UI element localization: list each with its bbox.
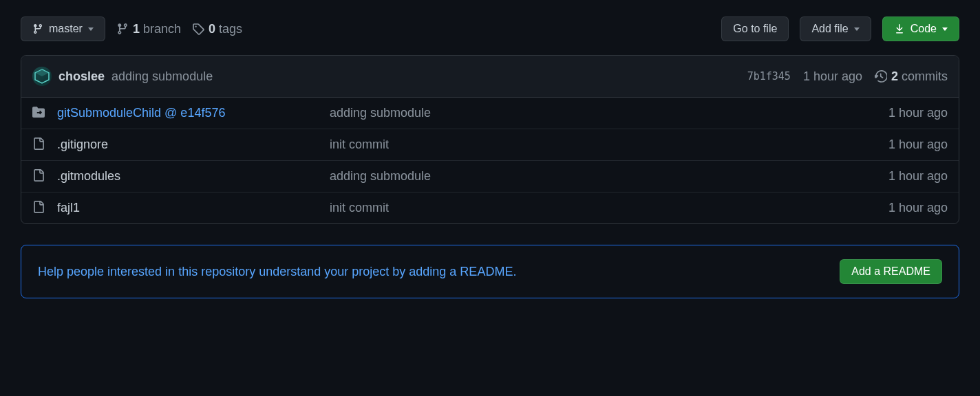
readme-banner: Help people interested in this repositor…	[21, 245, 959, 298]
commit-message[interactable]: adding submodule	[111, 69, 213, 84]
add-readme-button[interactable]: Add a README	[840, 259, 942, 284]
chevron-down-icon	[854, 28, 860, 31]
file-name-link[interactable]: .gitignore	[57, 138, 319, 152]
tags-link[interactable]: 0 tags	[192, 22, 242, 36]
commits-link[interactable]: 2 commits	[875, 69, 948, 84]
download-icon	[894, 23, 905, 34]
branch-label: branch	[143, 22, 181, 36]
chevron-down-icon	[942, 28, 948, 31]
file-time: 1 hour ago	[888, 138, 948, 152]
tag-count: 0	[209, 22, 215, 36]
git-branch-icon	[32, 23, 43, 34]
svg-marker-1	[35, 69, 49, 76]
avatar-shape-icon	[34, 68, 50, 85]
branch-name: master	[49, 23, 83, 35]
commit-meta: 7b1f345 1 hour ago 2 commits	[747, 69, 948, 84]
latest-commit-header: choslee adding submodule 7b1f345 1 hour …	[21, 56, 959, 98]
code-button[interactable]: Code	[882, 16, 959, 41]
commit-sha[interactable]: 7b1f345	[747, 70, 791, 82]
file-commit-message[interactable]: init commit	[330, 201, 877, 215]
add-file-label: Add file	[811, 23, 848, 35]
branch-count: 1	[133, 22, 140, 36]
branches-link[interactable]: 1 branch	[116, 22, 181, 36]
file-icon	[32, 201, 46, 215]
branch-selector-button[interactable]: master	[21, 16, 105, 41]
file-icon	[32, 169, 46, 184]
goto-file-label: Go to file	[733, 23, 777, 35]
file-time: 1 hour ago	[888, 106, 948, 120]
file-icon	[32, 138, 46, 152]
tag-label: tags	[219, 22, 242, 36]
file-name-link[interactable]: .gitmodules	[57, 169, 319, 184]
file-commit-message[interactable]: adding submodule	[330, 106, 877, 120]
file-time: 1 hour ago	[888, 201, 948, 215]
commits-label: commits	[902, 69, 948, 83]
file-row: .gitignore init commit 1 hour ago	[21, 129, 959, 161]
commit-author[interactable]: choslee	[58, 69, 105, 84]
avatar[interactable]	[32, 67, 52, 86]
repo-toolbar: master 1 branch 0 tags Go to file Add fi…	[21, 16, 959, 41]
file-listing-box: choslee adding submodule 7b1f345 1 hour …	[21, 55, 959, 224]
file-name-link[interactable]: fajl1	[57, 201, 319, 215]
add-readme-label: Add a README	[851, 265, 930, 278]
file-row: fajl1 init commit 1 hour ago	[21, 192, 959, 223]
history-icon	[875, 70, 887, 82]
submodule-folder-icon	[32, 106, 46, 120]
readme-banner-text: Help people interested in this repositor…	[38, 265, 829, 279]
goto-file-button[interactable]: Go to file	[721, 16, 789, 41]
git-branch-icon	[116, 23, 129, 35]
file-row: gitSubmoduleChild @ e14f576 adding submo…	[21, 98, 959, 129]
file-time: 1 hour ago	[888, 169, 948, 184]
add-file-button[interactable]: Add file	[800, 16, 871, 41]
tag-icon	[192, 23, 204, 35]
file-name-link[interactable]: gitSubmoduleChild @ e14f576	[57, 106, 319, 120]
file-commit-message[interactable]: init commit	[330, 138, 877, 152]
chevron-down-icon	[88, 28, 94, 31]
commit-time[interactable]: 1 hour ago	[803, 69, 862, 84]
file-commit-message[interactable]: adding submodule	[330, 169, 877, 184]
file-row: .gitmodules adding submodule 1 hour ago	[21, 161, 959, 192]
code-label: Code	[910, 23, 937, 35]
commits-count: 2	[891, 69, 898, 83]
